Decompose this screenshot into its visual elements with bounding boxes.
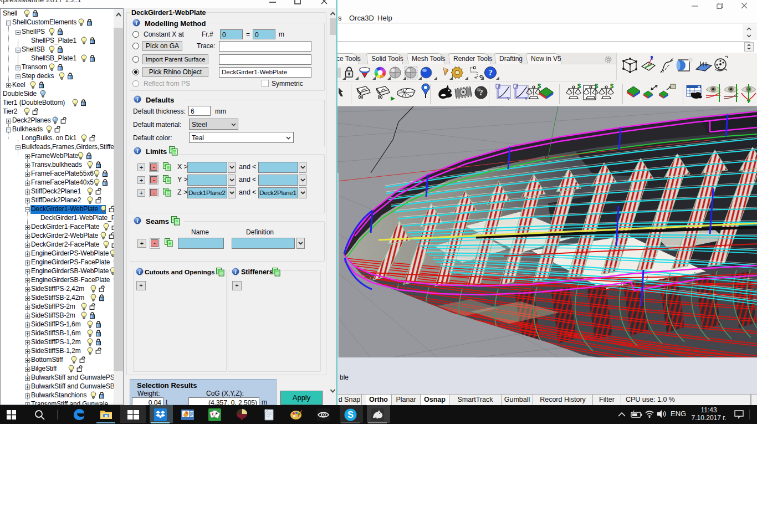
svg-text:i: i	[139, 269, 141, 275]
svg-text:?: ?	[488, 68, 493, 77]
svg-text:$: $	[538, 83, 541, 89]
svg-text:i: i	[235, 269, 237, 275]
svg-text:i: i	[137, 218, 139, 224]
svg-text:V: V	[525, 96, 528, 100]
svg-text:i: i	[136, 20, 137, 26]
svg-text:?: ?	[479, 88, 483, 97]
svg-text:$: $	[610, 83, 613, 89]
svg-text:S: S	[347, 410, 354, 420]
svg-text:V: V	[507, 96, 510, 100]
svg-text:i: i	[137, 96, 139, 103]
svg-text:i: i	[137, 148, 139, 154]
svg-text:$: $	[577, 83, 581, 89]
svg-text:$: $	[595, 83, 598, 89]
